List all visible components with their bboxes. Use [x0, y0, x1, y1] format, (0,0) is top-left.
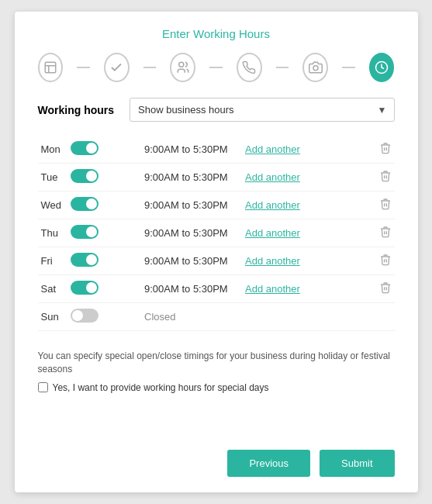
step-connector-4: [276, 67, 289, 68]
add-another-link[interactable]: Add another: [245, 255, 300, 267]
table-row: Sat 9:00AM to 5:30PM Add another: [38, 275, 395, 303]
add-another-link[interactable]: Add another: [245, 143, 300, 155]
step-connector-5: [342, 67, 355, 68]
add-another-link[interactable]: Add another: [245, 199, 300, 211]
delete-icon[interactable]: [359, 247, 395, 275]
time-range: 9:00AM to 5:30PM: [141, 164, 242, 192]
previous-button[interactable]: Previous: [227, 450, 310, 477]
toggle-slider: [71, 225, 98, 239]
delete-icon[interactable]: [359, 219, 395, 247]
step-connector-3: [209, 67, 223, 68]
time-range: 9:00AM to 5:30PM: [141, 275, 242, 303]
day-label: Mon: [38, 136, 67, 164]
add-another-cell[interactable]: Add another: [242, 164, 359, 192]
special-hours-section: You can specify special open/close timin…: [38, 350, 395, 393]
toggle-cell[interactable]: [67, 275, 142, 303]
working-hours-header: Working hours Show business hours Hide b…: [38, 98, 395, 122]
add-another-link[interactable]: Add another: [245, 227, 300, 239]
step-phone[interactable]: [237, 53, 262, 82]
toggle-slider: [71, 141, 98, 155]
svg-rect-0: [45, 62, 56, 73]
delete-icon[interactable]: [359, 136, 395, 164]
day-toggle[interactable]: [71, 169, 98, 183]
add-another-cell[interactable]: Add another: [242, 275, 359, 303]
delete-icon[interactable]: [359, 192, 395, 219]
special-days-checkbox-text: Yes, I want to provide working hours for…: [53, 382, 269, 393]
step-business-info[interactable]: [38, 53, 64, 82]
working-hours-label: Working hours: [38, 104, 115, 116]
toggle-cell[interactable]: [67, 247, 142, 275]
add-another-link[interactable]: Add another: [245, 283, 300, 295]
delete-icon[interactable]: [359, 164, 395, 192]
toggle-cell[interactable]: [67, 192, 142, 219]
stepper: [38, 53, 395, 82]
step-people[interactable]: [170, 53, 195, 82]
day-label: Fri: [38, 247, 67, 275]
day-label: Sat: [38, 275, 67, 303]
step-check[interactable]: [104, 53, 130, 82]
day-toggle[interactable]: [71, 253, 98, 267]
day-label: Wed: [38, 192, 67, 219]
hours-table: Mon 9:00AM to 5:30PM Add another: [38, 136, 395, 331]
svg-point-3: [179, 62, 184, 67]
table-row: Mon 9:00AM to 5:30PM Add another: [38, 136, 395, 164]
toggle-slider: [71, 253, 98, 267]
day-label: Sun: [38, 303, 67, 331]
day-toggle[interactable]: [71, 281, 98, 295]
add-another-cell[interactable]: Add another: [242, 247, 359, 275]
table-row: Wed 9:00AM to 5:30PM Add another: [38, 192, 395, 219]
toggle-slider: [71, 309, 98, 323]
table-row: Thu 9:00AM to 5:30PM Add another: [38, 219, 395, 247]
time-range: 9:00AM to 5:30PM: [141, 247, 242, 275]
business-hours-dropdown[interactable]: Show business hours Hide business hours …: [130, 98, 394, 122]
step-photo[interactable]: [302, 53, 328, 82]
add-another-cell[interactable]: Add another: [242, 192, 359, 219]
time-range: 9:00AM to 5:30PM: [141, 219, 242, 247]
submit-button[interactable]: Submit: [320, 450, 394, 477]
day-label: Tue: [38, 164, 67, 192]
special-hours-note: You can specify special open/close timin…: [38, 350, 395, 376]
toggle-slider: [71, 281, 98, 295]
table-row: Tue 9:00AM to 5:30PM Add another: [38, 164, 395, 192]
add-another-link[interactable]: Add another: [245, 171, 300, 183]
day-label: Thu: [38, 219, 67, 247]
day-toggle[interactable]: [71, 141, 98, 155]
day-toggle[interactable]: [71, 309, 98, 323]
card: Enter Working Hours: [15, 12, 418, 492]
footer-buttons: Previous Submit: [38, 437, 395, 477]
svg-point-4: [313, 66, 318, 71]
special-days-checkbox-label[interactable]: Yes, I want to provide working hours for…: [38, 382, 395, 393]
day-toggle[interactable]: [71, 225, 98, 239]
toggle-cell[interactable]: [67, 219, 142, 247]
toggle-slider: [71, 169, 98, 183]
table-row: Fri 9:00AM to 5:30PM Add another: [38, 247, 395, 275]
toggle-cell[interactable]: [67, 303, 142, 331]
special-days-checkbox[interactable]: [38, 382, 48, 392]
step-connector-2: [143, 67, 157, 68]
add-another-cell[interactable]: Add another: [242, 219, 359, 247]
table-row: Sun Closed: [38, 303, 395, 331]
toggle-cell[interactable]: [67, 136, 142, 164]
business-hours-dropdown-wrapper: Show business hours Hide business hours …: [130, 98, 394, 122]
time-range: 9:00AM to 5:30PM: [141, 136, 242, 164]
delete-icon[interactable]: [359, 275, 395, 303]
closed-label: Closed: [141, 303, 394, 331]
day-toggle[interactable]: [71, 197, 98, 211]
step-connector-1: [77, 67, 90, 68]
toggle-slider: [71, 197, 98, 211]
add-another-cell[interactable]: Add another: [242, 136, 359, 164]
page-title: Enter Working Hours: [38, 27, 395, 40]
time-range: 9:00AM to 5:30PM: [141, 192, 242, 219]
step-clock[interactable]: [369, 53, 395, 82]
toggle-cell[interactable]: [67, 164, 142, 192]
